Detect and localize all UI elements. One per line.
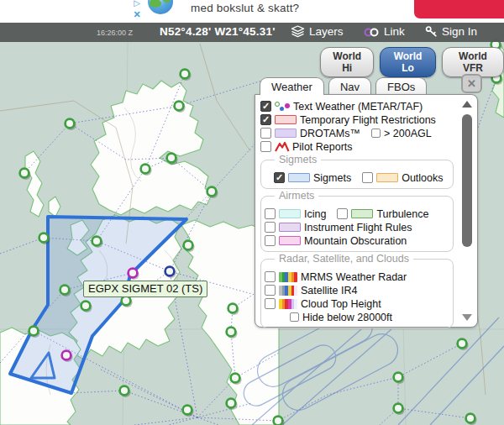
checkbox-ifr[interactable] [265, 222, 276, 233]
scroll-up-arrow-icon[interactable] [462, 101, 472, 108]
metar-marker[interactable] [165, 267, 175, 276]
panel-close-icon[interactable]: ✕ [461, 74, 482, 93]
layer-row-hide-below[interactable]: Hide below 28000ft [290, 311, 449, 323]
metar-marker[interactable] [29, 327, 39, 336]
checkbox-pilot-reports[interactable] [260, 141, 271, 152]
signin-label: Sign In [442, 25, 477, 38]
layer-label: Sigmets [313, 172, 351, 184]
checkbox-ir4[interactable] [265, 285, 276, 296]
cloud-top-scale-icon [279, 299, 297, 309]
metar-marker[interactable] [231, 374, 240, 383]
metar-marker[interactable] [227, 328, 236, 337]
checkbox-icing[interactable] [265, 208, 276, 219]
metar-marker[interactable] [129, 269, 138, 278]
world-lo-button[interactable]: World Lo [380, 47, 436, 77]
metar-marker[interactable] [66, 119, 75, 129]
metar-marker[interactable] [207, 187, 217, 197]
tab-fbos[interactable]: FBOs [375, 77, 427, 94]
metar-marker[interactable] [183, 406, 192, 415]
metar-marker[interactable] [394, 373, 403, 382]
world-vfr-button[interactable]: World VFR [442, 47, 504, 77]
metar-marker[interactable] [39, 233, 49, 243]
checkbox-drotams[interactable] [260, 128, 271, 139]
metar-marker[interactable] [394, 404, 403, 413]
layer-label: Icing [304, 208, 326, 220]
checkbox-sigmets[interactable] [274, 172, 285, 183]
metar-marker[interactable] [228, 304, 238, 313]
layer-row-text-weather[interactable]: Text Weather (METAR/TAF) [260, 100, 455, 113]
sigmets-swatch-icon [288, 173, 310, 182]
layer-row-mountain-obscuration[interactable]: Mountain Obscuration [265, 234, 449, 247]
scroll-thumb[interactable] [462, 114, 472, 247]
layer-label: Cloud Top Height [301, 298, 381, 310]
metar-marker[interactable] [20, 169, 29, 178]
mountain-obscuration-swatch-icon [279, 236, 301, 245]
metar-marker[interactable] [60, 286, 70, 295]
ad-cta-button[interactable] [414, 0, 504, 18]
checkbox-mrms[interactable] [265, 271, 276, 282]
checkbox-cloud-top[interactable] [265, 298, 276, 309]
layer-row-icing-turbulence[interactable]: Icing Turbulence [265, 207, 449, 220]
ad-headline: med bokslut & skatt? [191, 2, 299, 14]
scroll-down-arrow-icon[interactable] [462, 314, 472, 321]
metar-marker[interactable] [175, 102, 184, 111]
advertiser-logo[interactable] [148, 0, 173, 14]
layer-row-ir4[interactable]: Satellite IR4 [265, 284, 449, 296]
zulu-time: 16:26:00 Z [84, 29, 133, 37]
satellite-ir4-scale-icon [279, 286, 297, 296]
metar-marker[interactable] [120, 386, 129, 396]
metar-marker[interactable] [92, 237, 102, 246]
metar-marker[interactable] [274, 417, 283, 425]
checkbox-tfr[interactable] [260, 114, 271, 125]
drotams-swatch-icon [275, 129, 297, 138]
link-label: Link [384, 25, 405, 38]
layers-icon [291, 25, 305, 38]
adchoices-icon[interactable]: ▷ [131, 0, 143, 8]
metar-marker[interactable] [458, 339, 467, 349]
tab-weather[interactable]: Weather [260, 77, 324, 95]
metar-marker[interactable] [227, 399, 236, 408]
layer-row-cloud-top[interactable]: Cloud Top Height [265, 297, 449, 310]
layer-row-pilot-reports[interactable]: Pilot Reports [260, 140, 455, 153]
metar-marker[interactable] [184, 241, 193, 250]
sigmets-group: Sigmets Sigmets Outlooks [260, 160, 454, 189]
checkbox-outlooks[interactable] [362, 172, 373, 183]
checkbox-mountain-obscuration[interactable] [265, 235, 276, 246]
ad-banner: ▷ ✕ med bokslut & skatt? [0, 0, 504, 23]
checkbox-turbulence[interactable] [337, 208, 348, 219]
metar-marker[interactable] [181, 70, 190, 79]
panel-scrollbar [460, 101, 474, 321]
layer-row-drotams[interactable]: DROTAMs™ > 200AGL [260, 127, 455, 139]
ad-close-icon[interactable]: ✕ [131, 9, 143, 20]
airmets-group-title: Airmets [275, 190, 318, 202]
signin-button[interactable]: Sign In [425, 25, 477, 38]
sigmet-tooltip: EGPX SIGMET 02 (TS) [83, 281, 207, 297]
metar-marker[interactable] [466, 414, 475, 423]
metar-marker[interactable] [81, 302, 91, 311]
layer-label: > 200AGL [384, 128, 432, 139]
panel-tabs: Weather Nav FBOs [260, 77, 478, 94]
layer-row-ifr[interactable]: Instrument Flight Rules [265, 221, 449, 233]
layer-label: Pilot Reports [292, 141, 353, 153]
metar-marker[interactable] [167, 154, 176, 163]
layers-button[interactable]: Layers [291, 25, 344, 38]
layer-row-mrms[interactable]: MRMS Weather Radar [265, 270, 449, 283]
tab-nav[interactable]: Nav [328, 77, 371, 94]
metar-marker[interactable] [141, 165, 150, 174]
metar-marker[interactable] [122, 296, 131, 306]
panel-body: Text Weather (METAR/TAF) Temporary Fligh… [255, 94, 478, 328]
world-hi-button[interactable]: World Hi [320, 47, 374, 77]
link-button[interactable]: Link [363, 25, 405, 38]
key-icon [425, 25, 438, 38]
layer-label: Hide below 28000ft [302, 312, 392, 323]
checkbox-hide-below[interactable] [290, 312, 299, 322]
checkbox-text-weather[interactable] [260, 101, 271, 112]
layer-row-tfr[interactable]: Temporary Flight Restrictions [260, 113, 455, 126]
metar-marker[interactable] [62, 351, 71, 360]
layer-label: Outlooks [402, 172, 443, 184]
icing-swatch-icon [279, 209, 301, 218]
checkbox-200agl[interactable] [371, 129, 381, 138]
map-toolbar: 16:26:00 Z N52°4.28' W21°45.31' Layers L… [0, 23, 504, 42]
layer-row-sigmets[interactable]: Sigmets Outlooks [274, 171, 449, 184]
layers-label: Layers [309, 25, 344, 38]
